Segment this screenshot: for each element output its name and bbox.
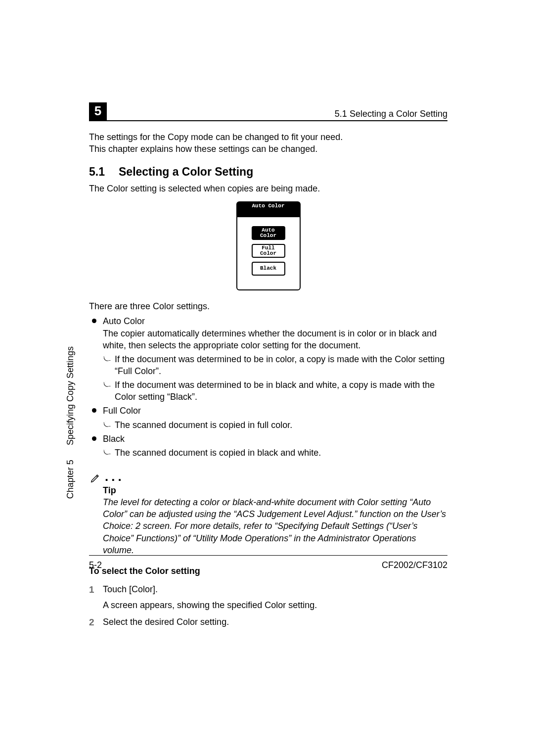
setting-full-name: Full Color	[103, 405, 447, 417]
model-number: CF2002/CF3102	[382, 559, 447, 571]
side-title: Specifying Copy Settings	[65, 346, 75, 445]
header-rule	[89, 120, 447, 121]
setting-auto-desc: The copier automatically determines whet…	[103, 328, 447, 352]
step-2-number: 2	[89, 616, 94, 629]
touchscreen-illustration: Auto Color Auto Color Full Color Black	[89, 201, 447, 290]
setting-auto-name: Auto Color	[103, 315, 447, 327]
tip-body: The level for detecting a color or black…	[89, 496, 447, 556]
section-title: Selecting a Color Setting	[119, 165, 253, 178]
panel-title: Auto Color	[237, 203, 300, 209]
running-head: 5.1 Selecting a Color Setting	[335, 108, 447, 120]
panel-button-auto-color: Auto Color	[252, 226, 285, 240]
pencil-icon	[90, 472, 101, 483]
intro: The settings for the Copy mode can be ch…	[89, 131, 447, 155]
footer-rule	[89, 555, 447, 556]
setting-black: Black The scanned document is copied in …	[89, 433, 447, 459]
step-1: 1 Touch [Color]. A screen appears, showi…	[89, 583, 447, 612]
panel-button-full-color: Full Color	[252, 244, 285, 258]
section-number: 5.1	[89, 164, 119, 180]
page-number: 5-2	[89, 559, 102, 571]
step-2: 2 Select the desired Color setting.	[89, 616, 447, 628]
procedure-steps: 1 Touch [Color]. A screen appears, showi…	[89, 583, 447, 628]
color-panel: Auto Color Auto Color Full Color Black	[236, 201, 301, 290]
content: The settings for the Copy mode can be ch…	[89, 131, 447, 633]
setting-black-subs: The scanned document is copied in black …	[103, 447, 447, 459]
panel-button-black: Black	[252, 262, 285, 276]
page: 5 5.1 Selecting a Color Setting Chapter …	[0, 0, 534, 756]
setting-black-sub1: The scanned document is copied in black …	[103, 447, 447, 459]
step-2-text: Select the desired Color setting.	[103, 617, 229, 627]
setting-auto-color: Auto Color The copier automatically dete…	[89, 315, 447, 403]
intro-line1: The settings for the Copy mode can be ch…	[89, 131, 447, 143]
intro-line2: This chapter explains how these settings…	[89, 143, 447, 155]
chapter-number-box: 5	[89, 102, 107, 120]
section-lead: The Color setting is selected when copie…	[89, 183, 447, 194]
setting-full-sub1: The scanned document is copied in full c…	[103, 419, 447, 431]
side-label: Chapter 5 Specifying Copy Settings	[64, 346, 76, 499]
side-chapter: Chapter 5	[64, 460, 76, 499]
three-settings-lead: There are three Color settings.	[89, 300, 447, 312]
settings-list: Auto Color The copier automatically dete…	[89, 315, 447, 459]
setting-auto-sub2: If the document was determined to be in …	[103, 379, 447, 403]
step-1-sub: A screen appears, showing the specified …	[103, 599, 447, 611]
section-heading: 5.1Selecting a Color Setting	[89, 164, 447, 180]
tip-icon-row: ...	[89, 466, 447, 483]
step-1-text: Touch [Color].	[103, 584, 158, 594]
setting-auto-sub1: If the document was determined to be in …	[103, 353, 447, 378]
setting-black-name: Black	[103, 433, 447, 445]
setting-auto-subs: If the document was determined to be in …	[103, 353, 447, 403]
tip-block: ... Tip The level for detecting a color …	[89, 466, 447, 557]
tip-heading: Tip	[89, 484, 447, 496]
setting-full-color: Full Color The scanned document is copie…	[89, 405, 447, 431]
step-1-number: 1	[89, 583, 94, 596]
ellipsis-icon: ...	[105, 468, 125, 485]
setting-full-subs: The scanned document is copied in full c…	[103, 419, 447, 431]
